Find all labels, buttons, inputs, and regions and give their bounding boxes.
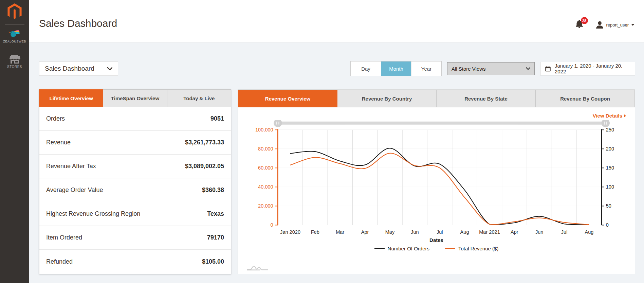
metric-value: $3,089,002.05	[185, 163, 224, 170]
tab-lifetime-overview[interactable]: Lifetime Overview	[39, 89, 103, 107]
table-row: Refunded$105.00	[39, 250, 231, 273]
tab-revenue-by-country[interactable]: Revenue By Country	[337, 90, 437, 107]
tab-today-live[interactable]: Today & Live	[167, 89, 231, 107]
series-line-number-of-orders	[290, 148, 589, 225]
lifetime-overview-panel: Lifetime OverviewTimeSpan OverviewToday …	[39, 89, 231, 274]
zealousweb-label: ZEALOUSWEB	[3, 40, 26, 43]
notifications-button[interactable]: 28	[575, 20, 583, 30]
revenue-overview-panel: Revenue OverviewRevenue By CountryRevenu…	[238, 89, 635, 274]
metric-label: Revenue	[46, 139, 71, 146]
overview-metrics-table: Orders9051Revenue$3,261,773.33Revenue Af…	[39, 107, 231, 273]
metric-value: $105.00	[202, 258, 224, 265]
overview-tabs: Lifetime OverviewTimeSpan OverviewToday …	[39, 89, 231, 107]
chevron-down-icon	[631, 24, 634, 26]
chart-range-slider	[274, 120, 610, 127]
zealousweb-bird-icon	[8, 29, 21, 38]
topbar: Sales Dashboard 28 report_user	[29, 0, 644, 42]
app-root: ZEALOUSWEB STORES Sales Dashboard	[0, 0, 644, 283]
view-details-row: View Details	[238, 107, 635, 119]
gridlines	[278, 130, 602, 225]
legend-swatch	[374, 248, 385, 249]
magento-logo-icon[interactable]	[6, 3, 23, 20]
store-view-value: All Store Views	[452, 66, 486, 72]
svg-text:Apr: Apr	[361, 229, 369, 235]
period-day-button[interactable]: Day	[351, 61, 381, 76]
stores-label: STORES	[7, 65, 22, 69]
table-row: Orders9051	[39, 107, 231, 131]
metric-value: $3,261,773.33	[185, 139, 224, 146]
user-menu-button[interactable]: report_user	[596, 21, 634, 29]
period-year-button[interactable]: Year	[411, 61, 441, 76]
calendar-icon	[545, 66, 551, 72]
svg-text:Mar: Mar	[336, 229, 344, 235]
tab-revenue-by-coupon[interactable]: Revenue By Coupon	[536, 90, 635, 107]
username: report_user	[606, 22, 629, 28]
svg-text:May: May	[385, 229, 395, 235]
view-details-link[interactable]: View Details	[593, 113, 626, 119]
dashboard-select[interactable]: Sales Dashboard	[39, 61, 118, 76]
content: Sales Dashboard DayMonthYear All Store V…	[29, 42, 644, 274]
range-slider-handle-right[interactable]	[602, 120, 610, 127]
chart-zoom-preview-icon[interactable]	[246, 262, 269, 271]
legend-swatch	[445, 248, 455, 249]
svg-text:Feb: Feb	[311, 229, 319, 235]
sidebar-item-stores[interactable]: STORES	[7, 55, 22, 69]
metric-value: $360.38	[202, 187, 224, 194]
dashboard-select-value: Sales Dashboard	[45, 65, 94, 72]
svg-text:50: 50	[606, 203, 611, 209]
legend-item-number-of-orders: Number Of Orders	[374, 246, 429, 251]
svg-text:40,000: 40,000	[258, 184, 273, 190]
svg-text:Jul: Jul	[437, 229, 443, 235]
tab-revenue-by-state[interactable]: Revenue By State	[437, 90, 536, 107]
svg-text:Apr: Apr	[511, 229, 518, 235]
legend-label: Number Of Orders	[388, 246, 429, 251]
svg-text:80,000: 80,000	[258, 146, 273, 152]
svg-text:Jun: Jun	[411, 229, 419, 235]
topbar-actions: 28 report_user	[575, 20, 634, 30]
svg-text:0: 0	[606, 222, 609, 228]
user-avatar-icon	[596, 21, 603, 29]
svg-text:200: 200	[606, 146, 614, 152]
metric-value: Texas	[207, 210, 224, 217]
revenue-chart: 020,00040,00060,00080,000100,00005010015…	[245, 120, 628, 251]
svg-text:100: 100	[606, 184, 614, 190]
tab-revenue-overview[interactable]: Revenue Overview	[238, 90, 337, 107]
table-row: Average Order Value$360.38	[39, 178, 231, 202]
right-y-axis: 050100150200250	[602, 127, 614, 228]
svg-text:100,000: 100,000	[255, 127, 273, 132]
tab-timespan-overview[interactable]: TimeSpan Overview	[103, 89, 167, 107]
period-month-button[interactable]: Month	[381, 61, 411, 76]
left-y-axis: 020,00040,00060,00080,000100,000	[255, 127, 278, 228]
revenue-tabs: Revenue OverviewRevenue By CountryRevenu…	[238, 90, 635, 107]
chart-x-axis-title: Dates	[245, 237, 628, 243]
sidebar: ZEALOUSWEB STORES	[0, 0, 29, 283]
chevron-down-icon	[107, 67, 112, 70]
table-row: Item Ordered79170	[39, 226, 231, 250]
metric-value: 9051	[210, 115, 224, 122]
store-view-select[interactable]: All Store Views	[447, 62, 535, 75]
date-range-picker[interactable]: January 1, 2020 - January 20, 2022	[540, 62, 635, 75]
legend-label: Total Revenue ($)	[458, 246, 498, 251]
range-slider-handle-left[interactable]	[274, 120, 282, 127]
table-row: Highest Revenue Grossing RegionTexas	[39, 202, 231, 226]
svg-text:Jan 2020: Jan 2020	[280, 229, 300, 235]
chevron-down-icon	[526, 67, 530, 70]
sidebar-item-zealousweb[interactable]: ZEALOUSWEB	[3, 29, 26, 43]
range-slider-track[interactable]	[278, 122, 605, 125]
svg-text:Aug: Aug	[585, 229, 593, 235]
period-toggle-group: DayMonthYear	[350, 61, 442, 76]
svg-text:20,000: 20,000	[258, 203, 273, 209]
page-title: Sales Dashboard	[39, 18, 117, 29]
chart-legend: Number Of OrdersTotal Revenue ($)	[245, 246, 628, 251]
view-details-label: View Details	[593, 113, 622, 119]
svg-text:Mar 2021: Mar 2021	[479, 229, 500, 235]
metric-label: Orders	[46, 115, 65, 122]
metric-label: Revenue After Tax	[46, 163, 96, 170]
x-axis-labels: Jan 2020FebMarAprMayJunJulAugMar 2021Apr…	[280, 229, 593, 235]
svg-text:0: 0	[271, 222, 273, 228]
svg-text:60,000: 60,000	[258, 165, 273, 171]
svg-text:Jun: Jun	[535, 229, 544, 235]
date-range-value: January 1, 2020 - January 20, 2022	[555, 63, 630, 74]
toolbar-right: DayMonthYear All Store Views	[350, 61, 635, 76]
sidebar-divider	[5, 24, 24, 25]
